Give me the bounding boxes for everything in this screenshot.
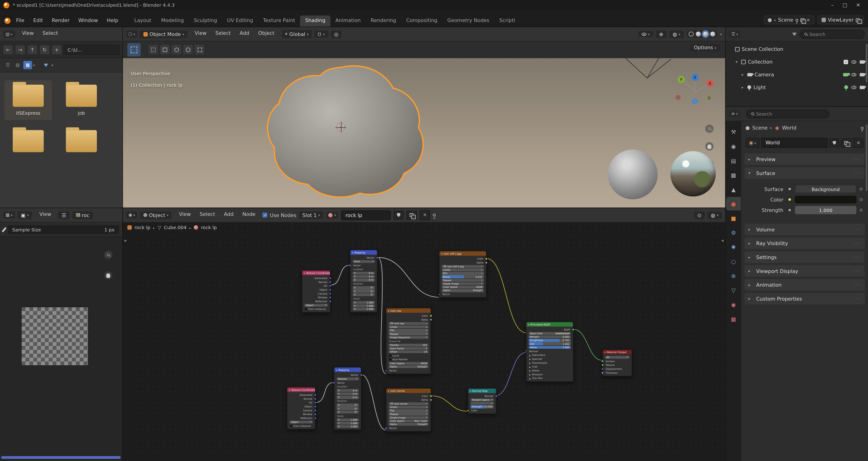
panel-volume[interactable]: ▸Volume····	[744, 223, 865, 235]
outliner-search[interactable]: Search	[799, 30, 865, 38]
node-value-field[interactable]: X1.000	[337, 418, 359, 421]
node-dropdown[interactable]: Object▾	[305, 304, 328, 307]
node-image-rock-cliff[interactable]: ▾rock cliff 2.jpgColorAlpharock cliff 2.…	[439, 251, 487, 298]
output-socket-row[interactable]: Window	[288, 412, 314, 417]
cam-data-icon[interactable]	[843, 73, 848, 76]
surface-shader-select[interactable]: Background	[795, 185, 857, 193]
snap-node-icon[interactable]: ⊙	[694, 211, 705, 219]
input-socket-row[interactable]: Volume	[604, 363, 630, 367]
node-dropdown[interactable]: ▾	[471, 402, 494, 405]
cam-icon[interactable]	[860, 73, 865, 76]
node-value-field[interactable]: Color SpacesRGB	[442, 285, 484, 288]
panel-grip[interactable]: ····	[854, 157, 861, 161]
axis-z-negative[interactable]	[692, 98, 698, 104]
node-value-field[interactable]: Z1.000	[353, 308, 375, 311]
workspace-tab-texture-paint[interactable]: Texture Paint	[258, 16, 300, 27]
select-paint-mode-icon[interactable]	[195, 45, 204, 54]
filter-icon[interactable]	[792, 32, 797, 35]
node-checkbox[interactable]: Cyclic	[388, 354, 430, 358]
strength-field[interactable]: 1.000	[795, 206, 857, 214]
material-name-field[interactable]: rock lp	[341, 210, 391, 220]
panel-grip[interactable]: ····	[854, 282, 861, 287]
node-value-field[interactable]: Y0°	[353, 290, 375, 293]
horizontal-scrollbar[interactable]	[1, 456, 121, 459]
properties-tab-modifiers[interactable]: ⚙	[727, 226, 740, 238]
node-dropdown[interactable]: Linear▾	[442, 268, 484, 271]
panel-surface[interactable]: ▾Surface····	[744, 167, 865, 179]
shader-type-selector[interactable]: Object▾	[140, 211, 172, 219]
vertical-list-icon[interactable]: ☰	[3, 61, 12, 69]
node-value-field[interactable]: Z0 m	[353, 279, 375, 282]
close-button[interactable]: ✕	[856, 2, 860, 8]
properties-tab-constraints[interactable]: ⊗	[727, 270, 740, 282]
panel-grip[interactable]: ····	[854, 297, 861, 301]
properties-tab-world[interactable]: ●	[727, 197, 740, 210]
node-collapsed-panel[interactable]: ▸Subsurface	[528, 353, 572, 357]
node-collapsed-panel[interactable]: ▸Transmission	[528, 361, 572, 365]
node-link-6[interactable]	[431, 396, 468, 411]
snapping-magnet-icon[interactable]: Ω▾	[315, 30, 328, 38]
zoom-button[interactable]	[705, 125, 714, 133]
shader-overlays-dropdown[interactable]: ◍▾	[708, 211, 722, 219]
node-link-3[interactable]	[487, 258, 526, 333]
node-value-field[interactable]: Y0 m	[337, 393, 359, 396]
outliner-item-collection[interactable]: ▾Collection✓	[726, 55, 868, 68]
panel-grip[interactable]: ····	[854, 269, 861, 273]
menu-edit[interactable]: Edit	[29, 16, 48, 27]
scene-selector[interactable]: ▾ Scene ✕	[764, 16, 814, 24]
node-header[interactable]: ▾Material Output	[603, 350, 632, 354]
input-socket-row[interactable]: Vector	[388, 369, 430, 373]
node-value-field[interactable]: Start Frame7	[389, 347, 429, 350]
pin-icon[interactable]	[861, 126, 864, 129]
node-dropdown[interactable]: Box▾	[442, 272, 484, 275]
menu-help[interactable]: Help	[102, 16, 123, 27]
node-value-field[interactable]: X0 m	[353, 272, 375, 275]
node-checkbox[interactable]: From Instancer	[288, 424, 314, 428]
node-principled-bsdf[interactable]: ▾Principled BSDFBSDFBase ColorMetallic0.…	[526, 321, 574, 381]
scrollbar[interactable]	[866, 43, 868, 83]
unlink-material-button[interactable]: ✕	[420, 210, 430, 220]
outliner-item-scene-collection[interactable]: Scene Collection	[726, 43, 868, 56]
select-box-tool[interactable]	[127, 43, 141, 56]
node-dropdown[interactable]: Object▾	[289, 421, 313, 424]
eye-icon[interactable]	[851, 85, 857, 89]
input-socket-row[interactable]: Color	[469, 409, 495, 413]
node-slider[interactable]: Metallic0.000	[529, 335, 570, 338]
input-socket-row[interactable]: Vector	[336, 381, 360, 385]
sample-size-field[interactable]: Sample Size 1 px	[8, 225, 119, 234]
eyedropper-icon[interactable]	[2, 227, 6, 232]
node-link-1[interactable]	[377, 257, 439, 297]
image-datablock-selector[interactable]: roc	[72, 211, 93, 219]
output-socket-row[interactable]: Alpha	[388, 318, 430, 322]
properties-tab-object-data[interactable]: ▽	[727, 284, 740, 296]
cam-icon[interactable]	[860, 60, 865, 63]
editor-type-icon[interactable]: ≡▾	[729, 110, 740, 118]
node-link-0[interactable]	[331, 265, 350, 285]
node-checkbox[interactable]: Auto Refresh	[388, 358, 430, 362]
node-collapsed-panel[interactable]: ▸Specular	[528, 357, 572, 361]
properties-tab-view-layer[interactable]: ▩	[727, 169, 740, 181]
output-socket-row[interactable]: Camera	[303, 292, 329, 296]
node-value-field[interactable]: AlphaStraight	[389, 365, 429, 368]
material-icon-dropdown[interactable]: ▾	[326, 212, 338, 218]
node-header[interactable]: ▾rock raw	[386, 308, 431, 313]
output-socket-row[interactable]: Alpha	[441, 261, 485, 265]
node-value-field[interactable]: AlphaStraight	[442, 289, 484, 292]
node-dropdown[interactable]: Single Image▾	[442, 282, 484, 285]
properties-tab-object[interactable]: ■	[727, 212, 740, 224]
workspace-tab-animation[interactable]: Animation	[330, 16, 366, 27]
properties-tab-particles[interactable]: ✱	[727, 241, 740, 253]
image-preview[interactable]	[21, 307, 89, 366]
output-socket-row[interactable]: BSDF	[528, 328, 572, 332]
image-selector[interactable]: rock cliff 2.jpg✕	[442, 265, 484, 268]
input-socket-row[interactable]: Vector	[441, 293, 485, 297]
tweak-mode-icon[interactable]	[148, 45, 158, 54]
horizontal-list-icon[interactable]: ▤	[13, 61, 22, 69]
light-data-icon[interactable]	[844, 85, 848, 89]
transform-orientation[interactable]: ⌖ Global▾	[282, 30, 312, 38]
output-socket-row[interactable]: Object	[303, 288, 329, 292]
editor-type-icon[interactable]: ▦▾	[3, 212, 14, 219]
panel-ray-visibility[interactable]: ▸Ray Visibility····	[744, 238, 865, 249]
eye-icon[interactable]	[851, 73, 857, 76]
output-socket-row[interactable]: UV	[303, 284, 329, 288]
